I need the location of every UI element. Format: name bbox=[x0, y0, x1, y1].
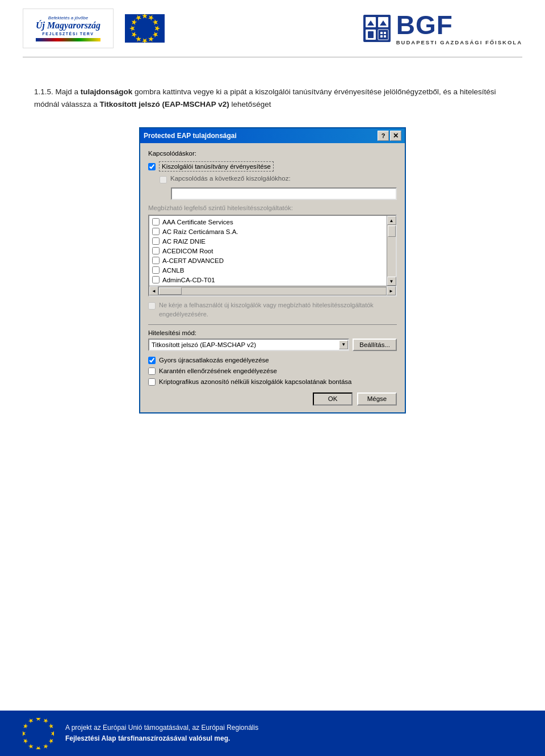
footer-line2: Fejlesztési Alap társfinanszírozásával v… bbox=[65, 733, 258, 744]
section-divider bbox=[148, 324, 397, 325]
cert-label-acnlb: ACNLB bbox=[162, 267, 184, 274]
next-servers-section: Kapcsolódás a következő kiszolgálókhoz: bbox=[160, 175, 397, 200]
cancel-button[interactable]: Mégse bbox=[357, 392, 397, 406]
bgf-subtitle: BUDAPESTI GAZDASÁGI FŐISKOLA bbox=[396, 39, 522, 45]
no-ask-row: Ne kérje a felhasználót új kiszolgálók v… bbox=[148, 301, 397, 319]
cert-checkbox-aaa[interactable] bbox=[152, 218, 160, 225]
page-footer: A projekt az Európai Unió támogatásával,… bbox=[0, 711, 545, 756]
svg-rect-23 bbox=[380, 35, 383, 37]
cert-label-acraiz: AC Raíz Certicámara S.A. bbox=[162, 228, 238, 235]
quick-reconnect-checkbox[interactable] bbox=[148, 357, 156, 364]
cert-item-acedicom: ACEDICOM Root bbox=[150, 246, 385, 256]
settings-button[interactable]: Beállítás... bbox=[353, 339, 397, 351]
intro-bold2: Titkosított jelszó (EAP-MSCHAP v2) bbox=[100, 100, 229, 108]
bgf-icon bbox=[363, 15, 391, 42]
crypto-checkbox[interactable] bbox=[148, 378, 156, 386]
footer-text: A projekt az Európai Unió támogatásával,… bbox=[65, 722, 258, 744]
scroll-up-btn[interactable]: ▲ bbox=[387, 216, 396, 225]
next-servers-label: Kapcsolódás a következő kiszolgálókhoz: bbox=[170, 175, 291, 182]
intro-text-before: Majd a bbox=[56, 87, 81, 96]
no-ask-checkbox[interactable] bbox=[148, 302, 156, 310]
svg-rect-24 bbox=[384, 35, 386, 37]
dialog-titlebar: Protected EAP tulajdonságai ? ✕ bbox=[140, 128, 405, 143]
servers-text-input[interactable] bbox=[171, 187, 397, 200]
cert-item-acraiz: AC Raíz Certicámara S.A. bbox=[150, 227, 385, 236]
quarantine-label: Karantén ellenőrzésének engedélyezése bbox=[159, 367, 277, 374]
header-separator bbox=[23, 57, 522, 57]
svg-rect-22 bbox=[384, 32, 386, 34]
server-cert-checkbox[interactable] bbox=[148, 163, 156, 170]
scroll-right-btn[interactable]: ► bbox=[387, 286, 396, 295]
main-content: 1.1.5. Majd a tulajdonságok gombra katti… bbox=[0, 69, 545, 448]
dialog-controls: ? ✕ bbox=[378, 131, 401, 141]
uj-magyarorszag-logo: Befektetés a jövőbe Új Magyarország FEJL… bbox=[23, 9, 114, 48]
cert-label-acedicom: ACEDICOM Root bbox=[162, 248, 213, 254]
auth-method-section: Hitelesítési mód: Titkosított jelszó (EA… bbox=[148, 329, 397, 351]
eu-logo bbox=[125, 14, 165, 43]
intro-bold1: tulajdonságok bbox=[81, 87, 133, 96]
cert-item-adminCA: AdminCA-CD-T01 bbox=[150, 275, 385, 285]
quick-reconnect-label: Gyors újracsatlakozás engedélyezése bbox=[159, 357, 269, 364]
dialog-body: Kapcsolódáskor: Kiszolgálói tanúsítvány … bbox=[140, 143, 405, 412]
auth-method-select-wrapper: Titkosított jelszó (EAP-MSCHAP v2) ▼ bbox=[148, 339, 349, 351]
server-cert-label: Kiszolgálói tanúsítvány érvényesítése bbox=[159, 161, 274, 172]
cert-label-adminCA: AdminCA-CD-T01 bbox=[162, 277, 215, 283]
scroll-thumb-v[interactable] bbox=[388, 225, 396, 237]
cert-item-aaa: AAA Certificate Services bbox=[150, 217, 385, 227]
cert-checkbox-acedicom[interactable] bbox=[152, 247, 160, 254]
ok-button[interactable]: OK bbox=[313, 392, 353, 406]
svg-rect-25 bbox=[23, 718, 54, 749]
connection-label: Kapcsolódáskor: bbox=[148, 150, 397, 157]
trusted-ca-label: Megbízható legfelső szintű hitelesítéssz… bbox=[148, 204, 397, 211]
cert-checkbox-acraiz[interactable] bbox=[152, 228, 160, 235]
no-ask-label: Ne kérje a felhasználót új kiszolgálók v… bbox=[159, 301, 397, 319]
cert-label-aaa: AAA Certificate Services bbox=[162, 219, 233, 225]
cert-item-acraizdnie: AC RAIZ DNIE bbox=[150, 236, 385, 246]
auth-method-label: Hitelesítési mód: bbox=[148, 329, 397, 336]
auth-method-select[interactable]: Titkosított jelszó (EAP-MSCHAP v2) bbox=[148, 339, 349, 351]
svg-rect-21 bbox=[380, 32, 383, 34]
dialog-wrapper: Protected EAP tulajdonságai ? ✕ Kapcsoló… bbox=[34, 127, 511, 413]
dialog-close-button[interactable]: ✕ bbox=[390, 131, 401, 141]
cert-scrollbar-v: ▲ ▼ bbox=[387, 216, 396, 286]
svg-rect-17 bbox=[378, 30, 388, 40]
next-servers-checkbox[interactable] bbox=[160, 176, 167, 183]
cert-label-acert: A-CERT ADVANCED bbox=[162, 257, 224, 264]
cert-checkbox-acnlb[interactable] bbox=[152, 266, 160, 274]
server-cert-row: Kiszolgálói tanúsítvány érvényesítése bbox=[148, 161, 397, 172]
crypto-row: Kriptografikus azonosító nélküli kiszolg… bbox=[148, 378, 397, 386]
auth-method-row: Titkosított jelszó (EAP-MSCHAP v2) ▼ Beá… bbox=[148, 339, 397, 351]
cert-list: AAA Certificate Services AC Raíz Certicá… bbox=[149, 216, 387, 286]
header: Befektetés a jövőbe Új Magyarország FEJL… bbox=[0, 0, 545, 57]
bgf-logo: BGF BUDAPESTI GAZDASÁGI FŐISKOLA bbox=[363, 12, 522, 45]
dialog-help-button[interactable]: ? bbox=[378, 131, 389, 141]
intro-text-after: lehetőséget bbox=[229, 100, 271, 108]
scroll-thumb-h[interactable] bbox=[159, 287, 182, 295]
eap-dialog: Protected EAP tulajdonságai ? ✕ Kapcsoló… bbox=[139, 127, 406, 413]
footer-line2-bold: Fejlesztési Alap társfinanszírozásával v… bbox=[65, 734, 230, 742]
cert-checkbox-adminCA[interactable] bbox=[152, 276, 160, 283]
scroll-left-btn[interactable]: ◄ bbox=[149, 286, 158, 295]
cert-label-acraizdnie: AC RAIZ DNIE bbox=[162, 238, 206, 245]
footer-eu-logo bbox=[23, 718, 54, 749]
footer-line1: A projekt az Európai Unió támogatásával,… bbox=[65, 722, 258, 733]
scroll-track-v bbox=[387, 225, 396, 277]
dialog-footer: OK Mégse bbox=[148, 392, 397, 406]
cert-item-acnlb: ACNLB bbox=[150, 265, 385, 275]
quarantine-checkbox[interactable] bbox=[148, 367, 156, 375]
bgf-title: BGF bbox=[396, 12, 522, 38]
cert-checkbox-acert[interactable] bbox=[152, 257, 160, 264]
scroll-track-h bbox=[158, 287, 387, 295]
quarantine-row: Karantén ellenőrzésének engedélyezése bbox=[148, 367, 397, 375]
options-section: Gyors újracsatlakozás engedélyezése Kara… bbox=[148, 357, 397, 386]
quick-reconnect-row: Gyors újracsatlakozás engedélyezése bbox=[148, 357, 397, 364]
next-servers-row: Kapcsolódás a következő kiszolgálókhoz: bbox=[160, 175, 397, 184]
scroll-down-btn[interactable]: ▼ bbox=[387, 277, 396, 286]
crypto-label: Kriptografikus azonosító nélküli kiszolg… bbox=[159, 378, 351, 385]
cert-scrollbar-h: ◄ ► bbox=[149, 286, 396, 295]
intro-paragraph: 1.1.5. Majd a tulajdonságok gombra katti… bbox=[34, 86, 511, 110]
dialog-title: Protected EAP tulajdonságai bbox=[144, 132, 237, 140]
cert-checkbox-acraizdnie[interactable] bbox=[152, 237, 160, 245]
step-number: 1.1.5. bbox=[34, 87, 53, 96]
cert-item-acert: A-CERT ADVANCED bbox=[150, 256, 385, 265]
